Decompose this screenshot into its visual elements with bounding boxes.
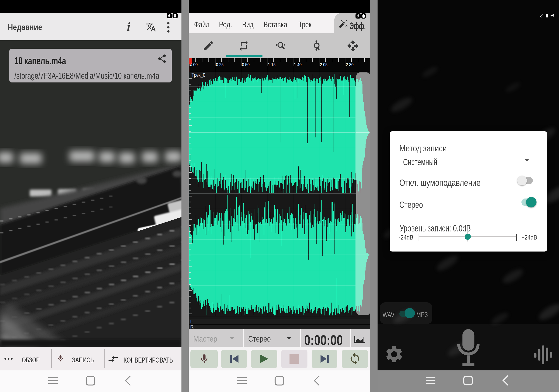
svg-text:1:15: 1:15 xyxy=(268,62,276,67)
svg-text:2:30: 2:30 xyxy=(346,62,354,67)
svg-text:1:40: 1:40 xyxy=(294,62,302,67)
svg-text:L: L xyxy=(190,319,193,324)
svg-text:0:50: 0:50 xyxy=(242,62,250,67)
svg-text:Трек_0: Трек_0 xyxy=(192,72,205,78)
svg-text:2:05: 2:05 xyxy=(320,62,327,67)
svg-text:0:25: 0:25 xyxy=(216,62,224,67)
